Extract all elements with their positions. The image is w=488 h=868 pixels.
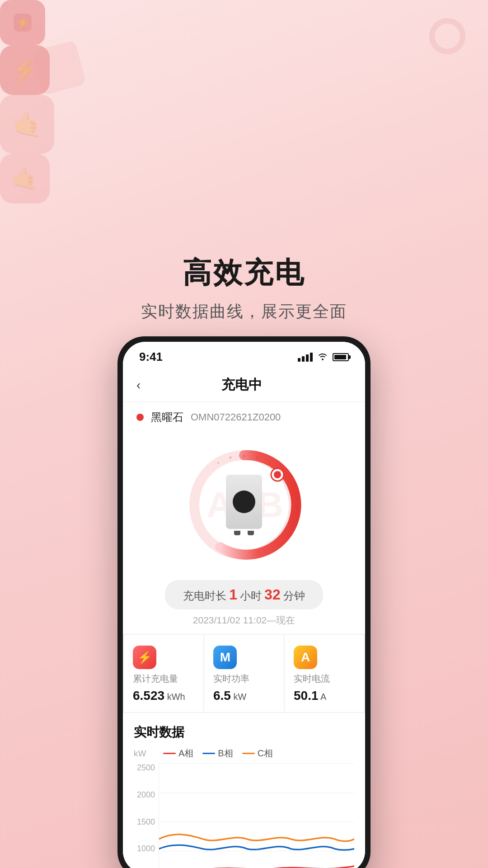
back-button[interactable]: ‹	[136, 376, 145, 394]
stat-card-current: A 实时电流 50.1 A	[285, 635, 364, 712]
svg-point-6	[243, 455, 245, 458]
deco-hand-right: 🤙	[0, 154, 50, 203]
stat-icon-power: M	[213, 646, 237, 669]
stat-label-power: 实时功率	[213, 673, 275, 685]
stat-label-energy: 累计充电量	[133, 673, 194, 685]
y-label-2000: 2000	[134, 790, 159, 800]
y-label-2500: 2500	[134, 763, 159, 773]
nav-bar: ‹ 充电中	[123, 368, 365, 402]
charging-circle-area: AOB	[123, 433, 365, 573]
charging-time-box: 充电时长 1 小时 32 分钟 2023/11/02 11:02—现在	[123, 573, 365, 634]
charging-minute-unit: 分钟	[283, 589, 305, 603]
charging-minutes: 32	[264, 586, 281, 603]
stat-card-energy: ⚡ 累计充电量 6.523 kWh	[124, 635, 203, 712]
legend-label-a: A相	[178, 747, 193, 760]
chart-lines-svg	[159, 763, 354, 868]
status-bar: 9:41	[123, 342, 365, 368]
deco-ring-top-right	[424, 13, 471, 60]
legend-b: B相	[202, 747, 233, 760]
stats-grid: ⚡ 累计充电量 6.523 kWh M 实时功率 6.5 kW A 实时电流	[123, 634, 365, 713]
charging-circle-container: AOB	[181, 442, 307, 568]
stat-icon-energy: ⚡	[133, 646, 156, 669]
legend-line-c	[242, 753, 255, 754]
legend-line-b	[202, 753, 215, 754]
chart-section: 实时数据 kW A相 B相 C相	[123, 713, 365, 868]
charging-hours: 1	[229, 586, 237, 603]
chart-legend: A相 B相 C相	[163, 747, 273, 760]
charging-time-label: 充电时长	[183, 589, 226, 603]
stat-value-energy: 6.523 kWh	[133, 689, 194, 703]
stat-card-power: M 实时功率 6.5 kW	[204, 635, 284, 712]
phone-mockup-wrapper: 9:41 ‹	[0, 336, 488, 868]
chart-body: 2500 2000 1500 1000 500	[134, 763, 354, 868]
svg-text:⚡: ⚡	[17, 17, 29, 29]
svg-point-7	[257, 457, 259, 459]
page-header: 高效充电 实时数据曲线，展示更全面	[0, 203, 488, 323]
status-icons	[298, 351, 349, 363]
device-row: 黑曜石 OMN0722621Z0200	[123, 402, 365, 433]
phone-mockup: 9:41 ‹	[117, 336, 371, 868]
legend-a: A相	[163, 747, 193, 760]
nav-title: 充电中	[145, 376, 338, 394]
y-label-1000: 1000	[134, 844, 159, 854]
legend-label-c: C相	[258, 747, 273, 760]
device-status-dot	[136, 414, 144, 421]
page-title: 高效充电	[0, 253, 488, 292]
svg-point-10	[230, 457, 232, 459]
legend-label-b: B相	[218, 747, 233, 760]
signal-icon	[298, 353, 313, 362]
device-name: 黑曜石	[151, 410, 183, 425]
page-subtitle: 实时数据曲线，展示更全面	[0, 301, 488, 323]
stat-value-current: 50.1 A	[294, 689, 355, 703]
battery-icon	[333, 353, 349, 361]
stat-value-power: 6.5 kW	[213, 689, 275, 703]
device-image	[226, 475, 262, 535]
chart-title: 实时数据	[134, 724, 354, 741]
wifi-icon	[317, 351, 328, 363]
stat-label-current: 实时电流	[294, 673, 355, 685]
charging-hour-unit: 小时	[240, 589, 262, 603]
charging-time-row: 充电时长 1 小时 32 分钟	[165, 580, 323, 609]
chart-y-unit: kW	[134, 749, 159, 759]
status-time: 9:41	[139, 350, 163, 364]
charging-date: 2023/11/02 11:02—现在	[193, 614, 296, 627]
deco-icon-lightning-left: ⚡	[0, 0, 45, 45]
svg-point-11	[217, 462, 219, 464]
stat-icon-current: A	[294, 646, 317, 669]
deco-hand-left: 🤙	[0, 95, 54, 154]
device-id: OMN0722621Z0200	[191, 411, 281, 423]
legend-line-a	[163, 753, 176, 754]
chart-y-axis: 2500 2000 1500 1000 500	[134, 763, 159, 868]
svg-point-8	[269, 462, 271, 464]
phone-screen: 9:41 ‹	[123, 342, 365, 868]
svg-point-9	[279, 471, 281, 472]
legend-c: C相	[242, 747, 273, 760]
y-label-1500: 1500	[134, 817, 159, 827]
chart-plot	[159, 763, 354, 868]
